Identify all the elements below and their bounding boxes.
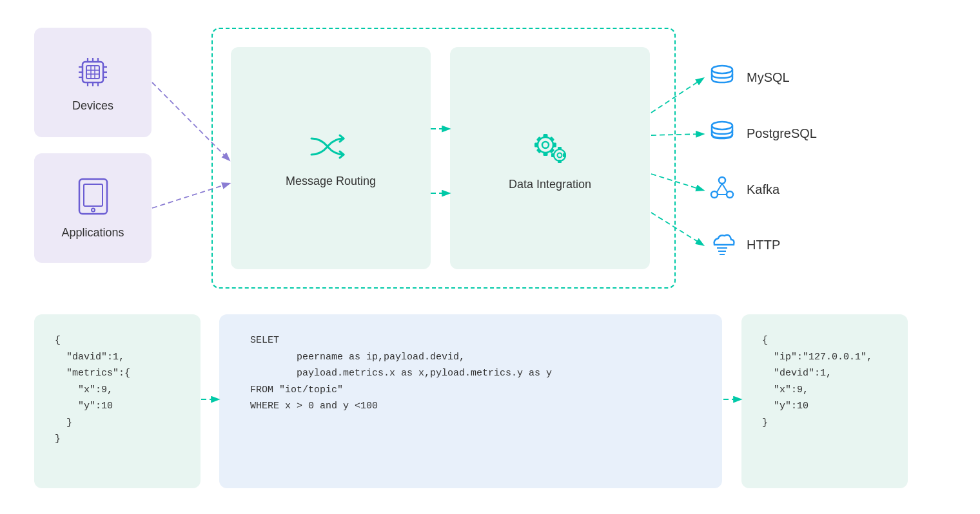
bottom-right-code-box: { "ip":"127.0.0.1", "devid":1, "x":9, "y…: [741, 314, 908, 488]
data-integration-box: Data Integration: [450, 47, 650, 269]
postgresql-icon: [708, 119, 736, 148]
message-routing-label: Message Routing: [286, 175, 376, 188]
kafka-output: Kafka: [708, 175, 779, 204]
svg-rect-23: [543, 134, 547, 138]
svg-point-37: [712, 66, 732, 73]
svg-rect-36: [563, 153, 566, 157]
bottom-left-code: { "david":1, "metrics":{ "x":9, "y":10 }…: [55, 332, 180, 448]
svg-line-42: [717, 184, 722, 192]
kafka-label: Kafka: [747, 182, 779, 197]
svg-point-39: [719, 177, 725, 184]
svg-rect-24: [543, 152, 547, 156]
svg-rect-1: [86, 66, 99, 79]
tablet-icon: [75, 176, 111, 218]
kafka-icon: [708, 175, 736, 204]
postgresql-output: PostgreSQL: [708, 119, 817, 148]
svg-line-43: [722, 184, 727, 192]
http-icon: [708, 231, 736, 259]
svg-point-40: [711, 191, 718, 198]
svg-point-32: [557, 153, 562, 157]
bottom-center-code: SELET peername as ip,payload.devid, payl…: [250, 332, 691, 415]
data-integration-label: Data Integration: [509, 178, 591, 191]
shuffle-icon: [308, 129, 353, 164]
mysql-output: MySQL: [708, 63, 790, 91]
svg-rect-27: [536, 136, 541, 141]
devices-box: Devices: [34, 28, 152, 137]
svg-point-41: [727, 191, 733, 198]
applications-box: Applications: [34, 153, 152, 263]
applications-label: Applications: [61, 226, 124, 240]
message-routing-box: Message Routing: [231, 47, 431, 269]
svg-rect-34: [558, 160, 562, 163]
svg-rect-0: [83, 62, 103, 82]
http-output: HTTP: [708, 231, 780, 259]
bottom-left-code-box: { "david":1, "metrics":{ "x":9, "y":10 }…: [34, 314, 201, 488]
svg-rect-33: [558, 147, 562, 150]
svg-point-38: [712, 122, 732, 129]
http-label: HTTP: [747, 238, 780, 252]
gear-icon: [526, 126, 574, 167]
devices-label: Devices: [72, 99, 113, 113]
svg-rect-29: [536, 148, 541, 153]
mysql-label: MySQL: [747, 70, 790, 85]
svg-point-20: [92, 209, 95, 212]
bottom-right-code: { "ip":"127.0.0.1", "devid":1, "x":9, "y…: [762, 332, 887, 431]
bottom-center-code-box: SELET peername as ip,payload.devid, payl…: [219, 314, 722, 488]
svg-rect-26: [553, 142, 556, 147]
mysql-icon: [708, 63, 736, 91]
chip-icon: [74, 53, 112, 91]
postgresql-label: PostgreSQL: [747, 126, 817, 141]
svg-rect-28: [549, 136, 554, 141]
svg-rect-19: [84, 184, 103, 206]
diagram-container: Devices Applications Message Routing: [0, 0, 980, 514]
svg-point-22: [542, 142, 549, 148]
svg-rect-35: [551, 153, 554, 157]
svg-rect-25: [534, 142, 538, 147]
